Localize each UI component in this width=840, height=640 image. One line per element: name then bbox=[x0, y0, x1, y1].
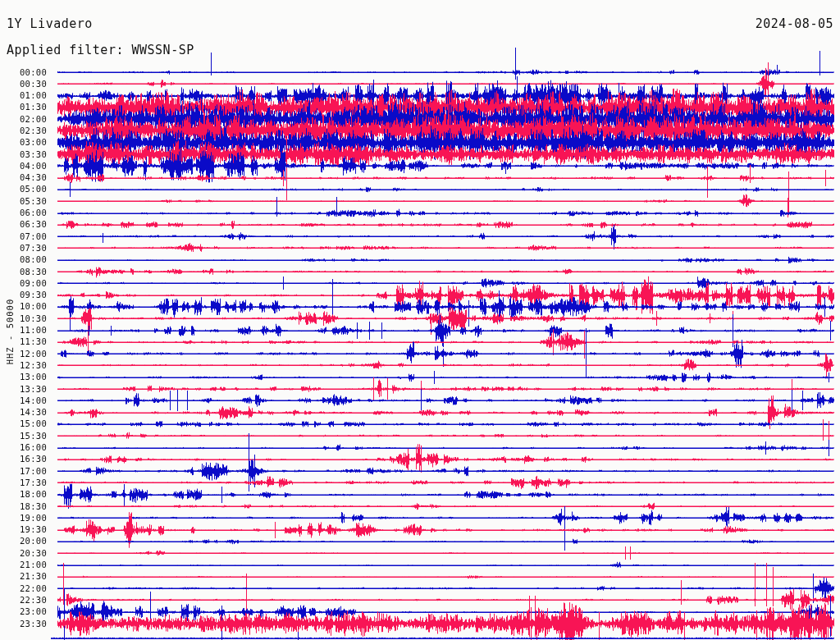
time-label: 15:00 bbox=[4, 419, 47, 428]
time-label: 15:30 bbox=[4, 432, 47, 441]
time-label: 11:00 bbox=[4, 326, 47, 335]
time-label: 07:00 bbox=[4, 232, 47, 241]
time-label: 23:30 bbox=[4, 619, 47, 629]
time-label: 08:00 bbox=[4, 255, 47, 264]
time-label: 14:00 bbox=[4, 396, 47, 405]
time-label: 09:30 bbox=[4, 290, 47, 299]
time-label: 21:00 bbox=[4, 560, 47, 569]
time-label: 14:30 bbox=[4, 408, 47, 417]
time-label: 13:00 bbox=[4, 373, 47, 382]
time-label: 02:30 bbox=[4, 126, 47, 135]
time-label: 16:00 bbox=[4, 443, 47, 452]
seismogram-trace-canvas bbox=[0, 0, 840, 640]
time-label: 21:30 bbox=[4, 572, 47, 581]
time-label: 23:00 bbox=[4, 607, 47, 616]
time-label: 18:30 bbox=[4, 502, 47, 511]
time-label: 05:30 bbox=[4, 197, 47, 206]
time-label: 08:30 bbox=[4, 267, 47, 277]
time-label: 04:30 bbox=[4, 173, 47, 182]
time-label: 06:30 bbox=[4, 220, 47, 229]
time-label: 20:00 bbox=[4, 537, 47, 546]
date-label: 2024-08-05 bbox=[756, 16, 833, 31]
time-label: 16:30 bbox=[4, 455, 47, 464]
time-label: 00:30 bbox=[4, 80, 47, 89]
time-label: 19:00 bbox=[4, 514, 47, 523]
time-label: 00:00 bbox=[4, 68, 47, 77]
time-label: 22:00 bbox=[4, 584, 47, 593]
helicorder-screen: 1Y Livadero 2024-08-05 Applied filter: W… bbox=[0, 0, 840, 640]
station-title: 1Y Livadero bbox=[7, 16, 93, 31]
time-label: 10:30 bbox=[4, 314, 47, 323]
time-label: 17:30 bbox=[4, 478, 47, 487]
time-label: 13:30 bbox=[4, 385, 47, 394]
time-label: 12:30 bbox=[4, 361, 47, 370]
time-label: 10:00 bbox=[4, 302, 47, 311]
time-label: 04:00 bbox=[4, 162, 47, 171]
time-label: 22:30 bbox=[4, 596, 47, 605]
time-label: 05:00 bbox=[4, 185, 47, 194]
time-label: 12:00 bbox=[4, 350, 47, 359]
time-label: 01:00 bbox=[4, 91, 47, 100]
time-label: 09:00 bbox=[4, 279, 47, 288]
time-label: 11:30 bbox=[4, 337, 47, 346]
time-label: 03:30 bbox=[4, 150, 47, 159]
time-label: 01:30 bbox=[4, 103, 47, 112]
time-label: 18:00 bbox=[4, 490, 47, 499]
applied-filter-label: Applied filter: WWSSN-SP bbox=[7, 43, 194, 57]
time-label: 07:30 bbox=[4, 244, 47, 253]
time-label: 02:00 bbox=[4, 115, 47, 124]
time-label: 17:00 bbox=[4, 467, 47, 476]
time-label: 19:30 bbox=[4, 525, 47, 534]
time-label: 06:00 bbox=[4, 208, 47, 217]
time-label: 20:30 bbox=[4, 549, 47, 558]
time-label: 03:00 bbox=[4, 138, 47, 147]
